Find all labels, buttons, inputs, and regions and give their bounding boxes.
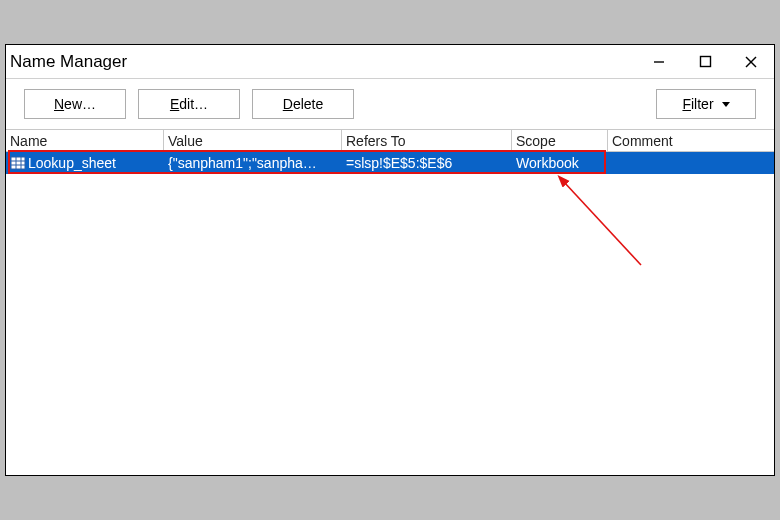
delete-button[interactable]: Delete — [252, 89, 354, 119]
cell-name-text: Lookup_sheet — [28, 155, 116, 171]
col-header-value[interactable]: Value — [164, 130, 342, 151]
minimize-icon — [653, 56, 665, 68]
maximize-button[interactable] — [682, 45, 728, 79]
svg-line-9 — [564, 182, 641, 265]
cell-refers: =slsp!$E$5:$E$6 — [342, 152, 512, 174]
defined-name-icon — [10, 155, 26, 171]
annotation-arrow — [546, 170, 656, 280]
window-title: Name Manager — [6, 52, 636, 72]
close-icon — [744, 55, 758, 69]
col-header-scope[interactable]: Scope — [512, 130, 608, 151]
minimize-button[interactable] — [636, 45, 682, 79]
col-header-refers[interactable]: Refers To — [342, 130, 512, 151]
table-row[interactable]: Lookup_sheet {"sanpham1";"sanpha… =slsp!… — [6, 152, 774, 174]
names-grid: Name Value Refers To Scope Comment Looku… — [6, 129, 774, 475]
edit-button[interactable]: Edit… — [138, 89, 240, 119]
close-button[interactable] — [728, 45, 774, 79]
svg-rect-4 — [11, 157, 25, 169]
col-header-name[interactable]: Name — [6, 130, 164, 151]
cell-value: {"sanpham1";"sanpha… — [164, 152, 342, 174]
cell-scope: Workbook — [512, 152, 608, 174]
cell-comment — [608, 152, 774, 174]
filter-button[interactable]: Filter — [656, 89, 756, 119]
grid-header: Name Value Refers To Scope Comment — [6, 130, 774, 152]
toolbar: New… Edit… Delete Filter — [6, 79, 774, 129]
name-manager-window: Name Manager New… Edit… Delete Filter — [5, 44, 775, 476]
col-header-comment[interactable]: Comment — [608, 130, 774, 151]
chevron-down-icon — [722, 102, 730, 107]
svg-rect-1 — [700, 57, 710, 67]
maximize-icon — [699, 55, 712, 68]
titlebar: Name Manager — [6, 45, 774, 79]
cell-name: Lookup_sheet — [6, 152, 164, 174]
new-button[interactable]: New… — [24, 89, 126, 119]
